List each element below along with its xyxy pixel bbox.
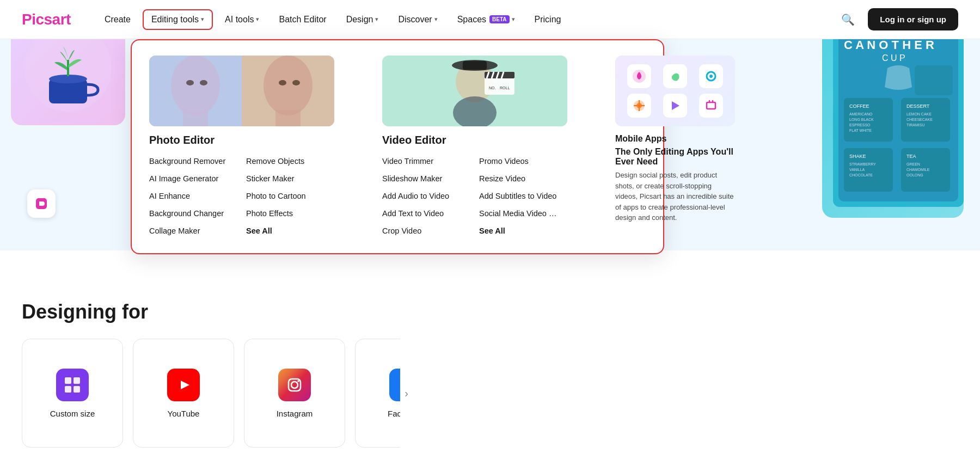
platform-cards-list: Custom size YouTube In — [22, 339, 400, 448]
logo[interactable]: Picsart — [22, 11, 71, 28]
menu-item-crop-video[interactable]: Crop Video — [382, 224, 470, 238]
menu-item-photo-effects[interactable]: Photo Effects — [246, 206, 334, 221]
chevron-down-icon: ▾ — [434, 16, 438, 23]
platform-cards-container: Custom size YouTube In — [22, 339, 958, 448]
menu-item-collage-maker[interactable]: Collage Maker — [149, 224, 237, 238]
menu-item-slideshow-maker[interactable]: Slideshow Maker — [382, 172, 470, 186]
svg-point-7 — [200, 80, 207, 85]
menu-item-remove-objects[interactable]: Remove Objects — [246, 154, 334, 168]
svg-rect-31 — [707, 102, 715, 109]
app-icon-3 — [699, 64, 723, 88]
svg-point-68 — [291, 382, 298, 388]
menu-item-background-changer[interactable]: Background Changer — [149, 206, 237, 221]
menu-item-add-audio[interactable]: Add Audio to Video — [382, 189, 470, 203]
svg-point-8 — [279, 80, 286, 85]
menu-item-resize-video[interactable]: Resize Video — [479, 172, 567, 186]
video-editor-image: NO. ROLL — [382, 56, 567, 126]
svg-point-9 — [292, 80, 300, 85]
custom-size-icon — [56, 369, 89, 401]
menu-item-add-subtitles[interactable]: Add Subtitles to Video — [479, 189, 567, 203]
svg-point-2 — [171, 56, 220, 115]
menu-item-see-all-photo[interactable]: See All — [246, 224, 334, 238]
nav-item-pricing[interactable]: Pricing — [527, 10, 569, 29]
search-icon[interactable]: 🔍 — [837, 9, 859, 30]
chevron-down-icon: ▾ — [201, 16, 204, 23]
chevron-down-icon: ▾ — [375, 16, 378, 23]
svg-rect-63 — [74, 377, 80, 384]
nav-item-batch-editor[interactable]: Batch Editor — [271, 10, 334, 29]
nav-item-editing-tools[interactable]: Editing tools ▾ — [143, 9, 213, 30]
video-editor-menu: Video Trimmer Promo Videos Slideshow Mak… — [382, 154, 567, 238]
youtube-icon — [167, 369, 200, 401]
svg-text:NO.: NO. — [489, 86, 496, 90]
svg-rect-64 — [65, 386, 71, 393]
mobile-apps-column: Mobile Apps The Only Editing Apps You'll… — [615, 56, 735, 238]
facebook-icon: f — [389, 369, 400, 401]
menu-item-add-text[interactable]: Add Text to Video — [382, 206, 470, 221]
chevron-down-icon: ▾ — [512, 16, 515, 23]
mobile-apps-description: Design social posts, edit product shots,… — [615, 170, 735, 223]
photo-editor-column: Photo Editor Background Remover Remove O… — [149, 56, 334, 238]
designing-for-title: Designing for — [22, 301, 958, 323]
svg-marker-66 — [181, 381, 189, 389]
app-icon-1 — [627, 64, 651, 88]
beta-badge: BETA — [489, 15, 509, 23]
mobile-apps-subtitle: The Only Editing Apps You'll Ever Need — [615, 147, 735, 167]
app-icon-2 — [663, 64, 687, 88]
svg-text:ROLL: ROLL — [500, 86, 510, 90]
menu-item-sticker-maker[interactable]: Sticker Maker — [246, 172, 334, 186]
instagram-icon — [278, 369, 311, 401]
svg-marker-30 — [672, 101, 679, 110]
svg-rect-65 — [74, 386, 80, 393]
instagram-svg — [285, 376, 304, 394]
login-button[interactable]: Log in or sign up — [868, 8, 958, 30]
nav-item-ai-tools[interactable]: AI tools ▾ — [217, 10, 267, 29]
platform-card-youtube[interactable]: YouTube — [133, 339, 234, 448]
menu-item-ai-image-generator[interactable]: AI Image Generator — [149, 172, 237, 186]
svg-point-3 — [264, 56, 313, 115]
nav-item-discover[interactable]: Discover ▾ — [390, 10, 445, 29]
video-editor-thumbnail: NO. ROLL — [382, 56, 567, 126]
editing-tools-dropdown: Photo Editor Background Remover Remove O… — [131, 39, 664, 254]
instagram-label: Instagram — [277, 409, 313, 418]
nav-item-spaces[interactable]: Spaces BETA ▾ — [450, 10, 523, 29]
youtube-svg — [174, 376, 193, 394]
svg-rect-5 — [275, 110, 301, 126]
nav-item-design[interactable]: Design ▾ — [339, 10, 387, 29]
menu-item-ai-enhance[interactable]: AI Enhance — [149, 189, 237, 203]
video-editor-title: Video Editor — [382, 134, 567, 146]
menu-item-photo-to-cartoon[interactable]: Photo to Cartoon — [246, 189, 334, 203]
mobile-apps-title: Mobile Apps — [615, 134, 735, 144]
svg-point-6 — [186, 80, 194, 85]
nav-right: 🔍 Log in or sign up — [837, 8, 958, 30]
nav-links: Create Editing tools ▾ AI tools ▾ Batch … — [97, 9, 837, 30]
platform-card-facebook[interactable]: f Facebook — [355, 339, 400, 448]
menu-item-video-trimmer[interactable]: Video Trimmer — [382, 154, 470, 168]
photo-editor-thumbnail — [149, 56, 334, 126]
facebook-svg: f — [396, 376, 400, 394]
facebook-label: Facebook — [388, 409, 400, 418]
menu-item-see-all-video[interactable]: See All — [479, 224, 567, 238]
platform-card-custom-size[interactable]: Custom size — [22, 339, 123, 448]
photo-editor-title: Photo Editor — [149, 134, 334, 146]
svg-rect-62 — [65, 377, 71, 384]
svg-point-69 — [297, 380, 299, 382]
youtube-label: YouTube — [168, 409, 200, 418]
app-icon-4 — [627, 94, 651, 118]
photo-editor-menu: Background Remover Remove Objects AI Ima… — [149, 154, 334, 238]
custom-size-label: Custom size — [50, 409, 95, 418]
menu-item-promo-videos[interactable]: Promo Videos — [479, 154, 567, 168]
app-icon-5 — [663, 94, 687, 118]
video-editor-column: NO. ROLL Video Editor Video Trimmer Prom… — [382, 56, 567, 238]
chevron-down-icon: ▾ — [256, 16, 259, 23]
menu-item-background-remover[interactable]: Background Remover — [149, 154, 237, 168]
svg-rect-4 — [183, 110, 208, 126]
nav-item-create[interactable]: Create — [97, 10, 138, 29]
navbar: Picsart Create Editing tools ▾ AI tools … — [0, 0, 980, 39]
scroll-right-button[interactable]: › — [400, 383, 413, 404]
photo-editor-svg — [149, 56, 334, 126]
app-icon-6 — [699, 94, 723, 118]
menu-item-social-media-video[interactable]: Social Media Video … — [479, 206, 567, 221]
platform-card-instagram[interactable]: Instagram — [244, 339, 345, 448]
photo-editor-image — [149, 56, 334, 126]
